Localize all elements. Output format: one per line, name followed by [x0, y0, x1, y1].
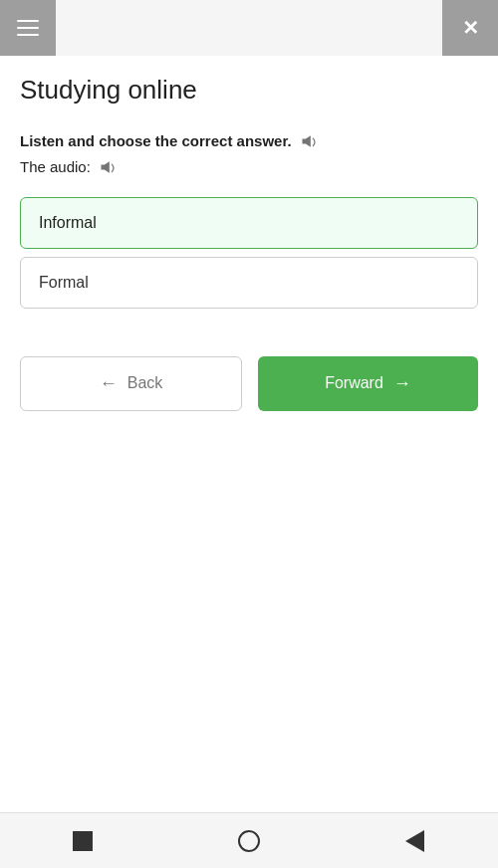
forward-label: Forward — [325, 374, 383, 392]
square-icon — [73, 831, 93, 851]
menu-line-1 — [17, 20, 39, 22]
back-nav-button[interactable] — [385, 821, 445, 861]
svg-marker-1 — [101, 161, 109, 173]
circle-button[interactable] — [219, 821, 279, 861]
menu-button[interactable] — [0, 0, 56, 56]
menu-line-3 — [17, 34, 39, 36]
home-button[interactable] — [53, 821, 113, 861]
speaker-small-icon — [99, 157, 119, 177]
back-label: Back — [127, 374, 163, 392]
menu-line-2 — [17, 27, 39, 29]
option-formal[interactable]: Formal — [20, 257, 478, 309]
option-informal[interactable]: Informal — [20, 197, 478, 249]
page-title: Studying online — [20, 74, 478, 108]
triangle-icon — [405, 830, 424, 852]
audio-play-button[interactable] — [99, 157, 119, 177]
top-bar: ✕ — [0, 0, 498, 56]
content-area: Studying online Listen and choose the co… — [0, 56, 498, 431]
audio-label: The audio: — [20, 158, 91, 175]
circle-icon — [238, 830, 260, 852]
close-icon: ✕ — [462, 18, 479, 38]
option-informal-text: Informal — [39, 214, 97, 231]
forward-button[interactable]: Forward → — [258, 356, 478, 411]
bottom-nav — [0, 812, 498, 868]
close-button[interactable]: ✕ — [442, 0, 498, 56]
options-container: Informal Formal — [20, 197, 478, 317]
forward-arrow-icon: → — [393, 373, 411, 394]
audio-row: The audio: — [20, 157, 478, 177]
svg-marker-0 — [302, 135, 310, 147]
option-formal-text: Formal — [39, 274, 89, 291]
instruction-audio-button[interactable] — [300, 131, 320, 151]
speaker-icon — [300, 131, 320, 151]
instruction-text: Listen and choose the correct answer. — [20, 132, 292, 149]
back-arrow-icon: ← — [100, 373, 118, 394]
back-button[interactable]: ← Back — [20, 356, 242, 411]
instruction-row: Listen and choose the correct answer. — [20, 131, 478, 151]
navigation-buttons: ← Back Forward → — [20, 356, 478, 411]
